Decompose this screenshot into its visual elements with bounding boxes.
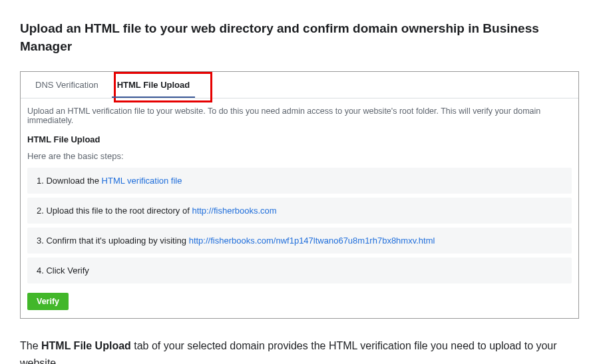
footer-bold: HTML File Upload [41,340,131,351]
step-4: 4. Click Verify [27,258,572,283]
html-verification-file-link[interactable]: HTML verification file [102,176,182,186]
step-3-text: 3. Confirm that it's uploading by visiti… [37,236,189,246]
step-1: 1. Download the HTML verification file [27,168,572,194]
panel-body: Upload an HTML verification file to your… [21,98,578,318]
step-3: 3. Confirm that it's uploading by visiti… [27,228,572,254]
step-2-text: 2. Upload this file to the root director… [37,206,192,216]
intro-text: Upload an HTML verification file to your… [27,106,572,125]
sub-heading: HTML File Upload [27,134,572,144]
footer-text: The HTML File Upload tab of your selecte… [20,337,579,364]
step-4-text: 4. Click Verify [37,266,89,275]
tab-html-file-upload[interactable]: HTML File Upload [108,72,200,98]
verification-url-link[interactable]: http://fisherbooks.com/nwf1p147ltwano67u… [189,236,435,246]
footer-pre: The [20,340,41,351]
page-title: Upload an HTML file to your web director… [20,20,579,55]
steps-intro: Here are the basic steps: [27,151,572,161]
domain-link[interactable]: http://fisherbooks.com [192,206,276,216]
verification-panel: DNS Verification HTML File Upload Upload… [20,71,579,319]
verify-button[interactable]: Verify [27,293,69,310]
tab-bar: DNS Verification HTML File Upload [21,72,578,98]
step-2: 2. Upload this file to the root director… [27,198,572,224]
tab-dns-verification[interactable]: DNS Verification [26,72,108,98]
step-1-text: 1. Download the [37,176,102,186]
